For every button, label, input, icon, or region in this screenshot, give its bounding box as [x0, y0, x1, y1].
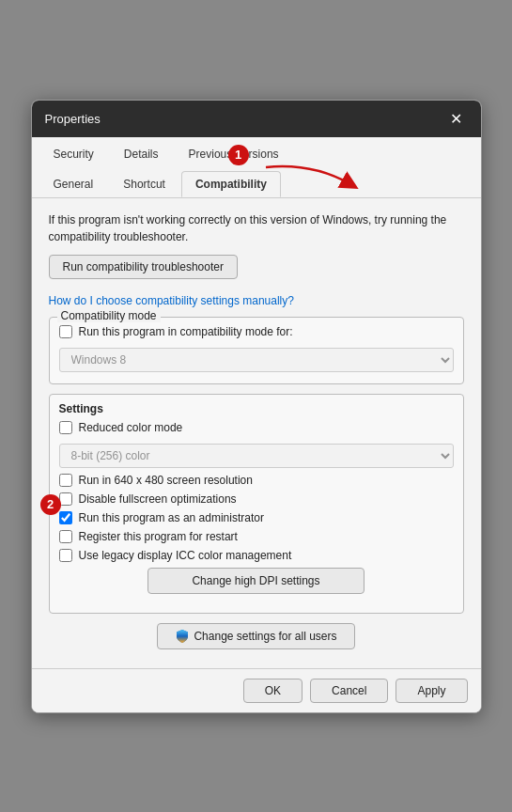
change-all-users-button[interactable]: Change settings for all users [157, 623, 354, 649]
resolution-row: Run in 640 x 480 screen resolution [59, 474, 454, 487]
compatibility-mode-group: Compatibility mode Run this program in c… [49, 317, 464, 384]
ok-button[interactable]: OK [243, 679, 303, 703]
fullscreen-opt-row: Disable fullscreen optimizations [59, 492, 454, 506]
tabs-row-2: General Shortcut Compatibility [39, 167, 473, 197]
properties-window: Properties ✕ Security Details Previous V… [31, 100, 482, 713]
admin-checkbox[interactable] [59, 511, 72, 524]
change-dpi-button[interactable]: Change high DPI settings [147, 568, 365, 594]
change-all-users-row: Change settings for all users [49, 623, 464, 649]
tab-details[interactable]: Details [110, 141, 173, 167]
compat-mode-label: Run this program in compatibility mode f… [79, 325, 293, 338]
fullscreen-opt-label: Disable fullscreen optimizations [79, 492, 237, 506]
tabs-row-1: Security Details Previous Versions [39, 137, 473, 167]
admin-label: Run this program as an administrator [79, 511, 264, 524]
tab-content: If this program isn't working correctly … [32, 198, 481, 668]
reduced-color-row: Reduced color mode [59, 421, 454, 434]
tab-general[interactable]: General [39, 171, 108, 197]
icc-row: Use legacy display ICC color management [59, 549, 454, 562]
color-mode-dropdown[interactable]: 8-bit (256) color [59, 444, 454, 468]
dpi-btn-row: Change high DPI settings [59, 568, 454, 594]
close-button[interactable]: ✕ [444, 108, 468, 130]
annotation-circle-1: 1 [228, 145, 249, 165]
info-text: If this program isn't working correctly … [49, 211, 464, 245]
admin-row: Run this program as an administrator [59, 511, 454, 524]
shield-icon [175, 629, 190, 644]
footer-buttons: OK Cancel Apply [32, 668, 481, 712]
cancel-button[interactable]: Cancel [310, 679, 388, 703]
tabs-container: Security Details Previous Versions Gener… [32, 137, 481, 198]
fullscreen-opt-checkbox[interactable] [59, 492, 72, 506]
help-link[interactable]: How do I choose compatibility settings m… [49, 294, 294, 307]
tab-shortcut[interactable]: Shortcut [109, 171, 179, 197]
window-title: Properties [45, 112, 101, 126]
title-bar: Properties ✕ [32, 101, 481, 137]
tab-compatibility[interactable]: Compatibility [181, 171, 281, 197]
settings-group: Settings Reduced color mode 8-bit (256) … [49, 394, 464, 614]
tab-security[interactable]: Security [39, 141, 108, 167]
icc-label: Use legacy display ICC color management [79, 549, 292, 562]
annotation-circle-2: 2 [40, 494, 61, 515]
resolution-checkbox[interactable] [59, 474, 72, 487]
icc-checkbox[interactable] [59, 549, 72, 562]
compat-mode-checkbox-row: Run this program in compatibility mode f… [59, 325, 454, 338]
restart-row: Register this program for restart [59, 530, 454, 543]
compat-mode-checkbox[interactable] [59, 325, 72, 338]
reduced-color-checkbox[interactable] [59, 421, 72, 434]
settings-group-label: Settings [59, 402, 454, 415]
resolution-label: Run in 640 x 480 screen resolution [79, 474, 253, 487]
compat-mode-dropdown[interactable]: Windows 8 Windows 7 Windows Vista Window… [59, 348, 454, 372]
apply-button[interactable]: Apply [396, 679, 467, 703]
reduced-color-label: Reduced color mode [79, 421, 183, 434]
restart-label: Register this program for restart [79, 530, 238, 543]
run-troubleshooter-button[interactable]: Run compatibility troubleshooter [49, 255, 238, 279]
change-all-users-label: Change settings for all users [194, 630, 336, 643]
restart-checkbox[interactable] [59, 530, 72, 543]
compat-group-label: Compatibility mode [57, 309, 161, 322]
